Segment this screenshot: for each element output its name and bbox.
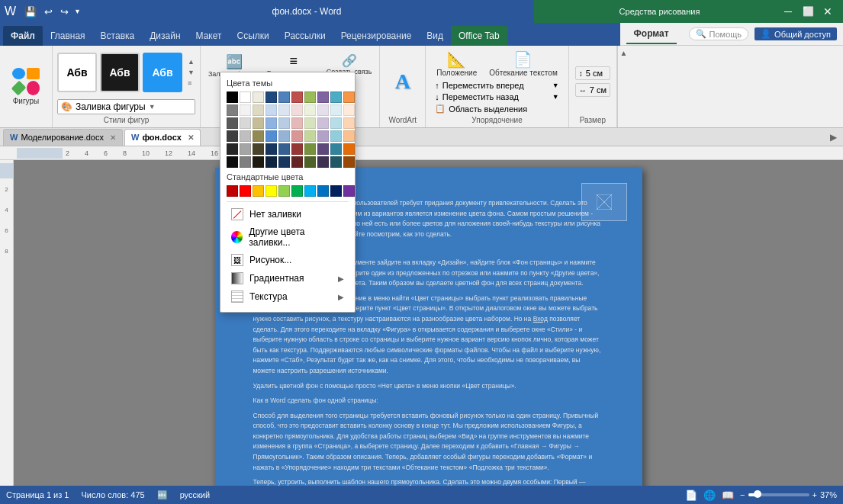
theme-shade-cell[interactable] — [253, 104, 264, 116]
gradient-item[interactable]: Градиентная ▶ — [227, 269, 349, 287]
doc-tab-1[interactable]: W Моделирование.docx ✕ — [3, 129, 123, 146]
theme-shade-cell[interactable] — [227, 143, 238, 155]
standard-color-cell[interactable] — [240, 185, 251, 197]
theme-shade-cell[interactable] — [317, 156, 329, 168]
selection-pane-btn[interactable]: 📋 Область выделения — [432, 103, 561, 114]
fill-shape-btn[interactable]: 🎨 Заливка фигуры ▼ — [57, 99, 195, 114]
theme-shade-cell[interactable] — [240, 104, 251, 116]
style-preview-2[interactable]: Абв — [100, 53, 140, 92]
doc-tab-close-1[interactable]: ✕ — [110, 133, 116, 142]
no-fill-item[interactable]: Нет заливки — [227, 205, 349, 223]
standard-color-cell[interactable] — [278, 185, 290, 197]
theme-shade-cell[interactable] — [265, 104, 277, 116]
theme-shade-cell[interactable] — [304, 104, 316, 116]
theme-color-cell[interactable] — [343, 91, 355, 103]
theme-shade-cell[interactable] — [343, 156, 355, 168]
tab-design[interactable]: Дизайн — [142, 26, 188, 46]
theme-shade-cell[interactable] — [343, 104, 355, 116]
styles-expand[interactable]: ≡ — [187, 79, 195, 88]
standard-color-cell[interactable] — [304, 185, 316, 197]
theme-shade-cell[interactable] — [278, 104, 290, 116]
height-field[interactable]: ↕ 5 см — [575, 66, 610, 80]
texture-item[interactable]: Текстура ▶ — [227, 287, 349, 306]
style-preview-3[interactable]: Абв — [143, 53, 182, 92]
tab-mailings[interactable]: Рассылки — [277, 26, 333, 46]
qat-dropdown[interactable]: ▼ — [74, 8, 81, 15]
help-search[interactable]: 🔍 Помощь — [689, 27, 749, 40]
theme-color-cell[interactable] — [227, 91, 238, 103]
tab-office[interactable]: Office Tab — [451, 26, 507, 46]
theme-shade-cell[interactable] — [291, 130, 303, 142]
tab-view[interactable]: Вид — [419, 26, 451, 46]
standard-color-cell[interactable] — [227, 185, 238, 197]
bring-forward-btn[interactable]: ↑ Переместить вперед ▼ — [432, 80, 561, 91]
tab-layout[interactable]: Макет — [188, 26, 230, 46]
qat-redo[interactable]: ↪ — [58, 5, 71, 19]
theme-shade-cell[interactable] — [227, 104, 238, 116]
theme-shade-cell[interactable] — [343, 143, 355, 155]
minimize-btn[interactable]: ─ — [779, 2, 797, 21]
tab-file[interactable]: Файл — [3, 26, 43, 46]
style-preview-1[interactable]: Абв — [57, 53, 97, 92]
theme-shade-cell[interactable] — [278, 130, 290, 142]
theme-shade-cell[interactable] — [330, 130, 342, 142]
view-btn-web[interactable]: 🌐 — [703, 490, 716, 501]
theme-shade-cell[interactable] — [265, 156, 277, 168]
theme-shade-cell[interactable] — [278, 156, 290, 168]
doc-tab-scroll-right[interactable]: ▶ — [827, 132, 840, 143]
styles-scroll[interactable]: ▲ ▼ ≡ — [187, 57, 195, 88]
theme-shade-cell[interactable] — [343, 130, 355, 142]
theme-shade-cell[interactable] — [278, 143, 290, 155]
theme-shade-cell[interactable] — [304, 156, 316, 168]
theme-shade-cell[interactable] — [330, 117, 342, 129]
styles-up[interactable]: ▲ — [187, 57, 195, 66]
theme-color-cell[interactable] — [291, 91, 303, 103]
theme-color-cell[interactable] — [253, 91, 264, 103]
theme-shade-cell[interactable] — [317, 143, 329, 155]
theme-shade-cell[interactable] — [265, 143, 277, 155]
share-btn[interactable]: 👤 Общий доступ — [755, 27, 837, 40]
qat-undo[interactable]: ↩ — [42, 5, 55, 19]
theme-shade-cell[interactable] — [291, 143, 303, 155]
send-backward-btn[interactable]: ↓ Переместить назад ▼ — [432, 91, 561, 102]
theme-color-cell[interactable] — [304, 91, 316, 103]
standard-color-cell[interactable] — [330, 185, 342, 197]
view-btn-print[interactable]: 📄 — [685, 490, 697, 501]
position-btn[interactable]: 📐 Положение — [432, 49, 481, 79]
theme-shade-cell[interactable] — [278, 117, 290, 129]
theme-shade-cell[interactable] — [240, 143, 251, 155]
restore-btn[interactable]: ⬜ — [799, 2, 817, 21]
tab-insert[interactable]: Вставка — [93, 26, 143, 46]
theme-shade-cell[interactable] — [291, 156, 303, 168]
theme-shade-cell[interactable] — [304, 130, 316, 142]
theme-shade-cell[interactable] — [343, 117, 355, 129]
theme-shade-cell[interactable] — [291, 104, 303, 116]
doc-tab-2[interactable]: W фон.docx ✕ — [124, 129, 201, 146]
picture-item[interactable]: 🖼 Рисунок... — [227, 251, 349, 269]
standard-color-cell[interactable] — [317, 185, 329, 197]
theme-color-cell[interactable] — [317, 91, 329, 103]
theme-shade-cell[interactable] — [330, 156, 342, 168]
standard-color-cell[interactable] — [265, 185, 277, 197]
standard-color-cell[interactable] — [253, 185, 264, 197]
standard-color-cell[interactable] — [343, 185, 355, 197]
theme-shade-cell[interactable] — [317, 104, 329, 116]
theme-color-cell[interactable] — [265, 91, 277, 103]
doc-tab-close-2[interactable]: ✕ — [188, 133, 194, 142]
theme-color-cell[interactable] — [240, 91, 251, 103]
width-field[interactable]: ↔ 7 см — [575, 83, 610, 97]
theme-shade-cell[interactable] — [240, 156, 251, 168]
theme-color-cell[interactable] — [278, 91, 290, 103]
tab-review[interactable]: Рецензирование — [333, 26, 420, 46]
theme-shade-cell[interactable] — [227, 117, 238, 129]
theme-shade-cell[interactable] — [253, 156, 264, 168]
theme-shade-cell[interactable] — [330, 143, 342, 155]
theme-shade-cell[interactable] — [317, 130, 329, 142]
tab-format[interactable]: Формат — [626, 24, 677, 44]
zoom-slider[interactable] — [748, 493, 809, 496]
view-btn-read[interactable]: 📖 — [722, 490, 734, 501]
ribbon-collapse-btn[interactable]: ▲ — [617, 46, 629, 127]
shapes-btn[interactable]: Фигуры — [6, 49, 46, 124]
qat-save[interactable]: 💾 — [22, 5, 39, 19]
theme-shade-cell[interactable] — [253, 117, 264, 129]
